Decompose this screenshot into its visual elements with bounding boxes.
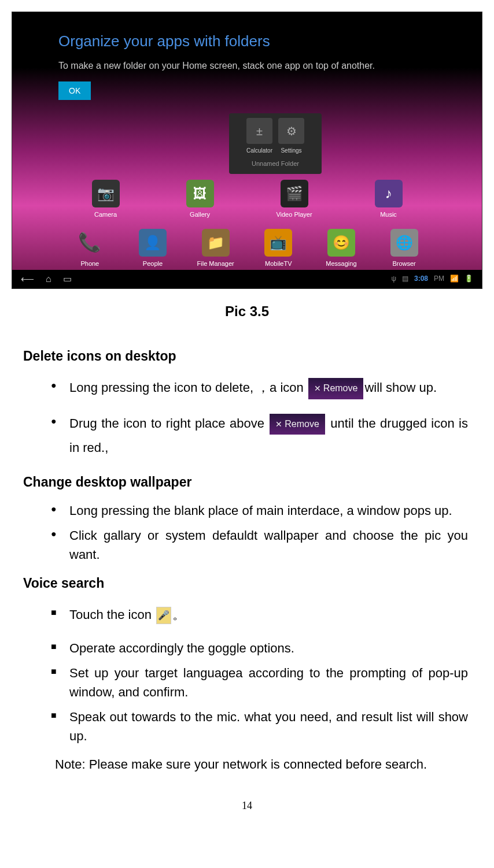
clock-pm: PM <box>434 273 444 284</box>
remove-icon: Remove <box>270 414 325 435</box>
usb-icon: ψ <box>391 273 396 284</box>
clock-time: 3:08 <box>414 273 428 284</box>
wallpaper-bullet-1: Long pressing the blank place of main in… <box>69 501 468 520</box>
video-icon: 🎬 <box>281 180 308 207</box>
gallery-icon: 🖼 <box>186 180 214 207</box>
app-phone[interactable]: 📞 Phone <box>64 229 116 269</box>
system-navbar: ⟵ ⌂ ▭ ψ ▤ 3:08 PM 📶 🔋 <box>12 270 482 288</box>
app-browser[interactable]: 🌐 Browser <box>378 229 430 269</box>
app-gallery[interactable]: 🖼 Gallery <box>174 180 226 220</box>
delete-bullet-2: Drug the icon to right place above Remov… <box>69 411 468 460</box>
folder-popup[interactable]: ± Calculator ⚙ Settings Unnamed Folder <box>229 113 322 174</box>
wallpaper-bullets: Long pressing the blank place of main in… <box>69 501 468 564</box>
app-row-1: 📷 Camera 🖼 Gallery 🎬 Video Player ♪ Musi… <box>12 180 482 220</box>
tooltip-subtitle: To make a new folder on your Home screen… <box>58 58 459 73</box>
ok-button[interactable]: OK <box>58 81 91 100</box>
figure-caption: Pic 3.5 <box>12 301 482 322</box>
camera-icon: 📷 <box>92 180 120 207</box>
tablet-screenshot: Organize your apps with folders To make … <box>12 12 482 289</box>
note-text: Note: Please make sure your network is c… <box>55 754 468 774</box>
voice-bullet-1: Touch the icon 🎤。 <box>69 603 468 627</box>
recent-icon[interactable]: ▭ <box>63 272 72 287</box>
app-music[interactable]: ♪ Music <box>363 180 415 220</box>
folder-app-calculator[interactable]: ± Calculator <box>246 118 272 155</box>
app-messaging[interactable]: 😊 Messaging <box>315 229 367 269</box>
app-camera[interactable]: 📷 Camera <box>80 180 132 220</box>
calculator-icon: ± <box>246 118 272 144</box>
remove-icon: Remove <box>308 378 363 399</box>
people-icon: 👤 <box>139 229 167 257</box>
sd-icon: ▤ <box>402 273 408 284</box>
heading-wallpaper: Change desktop wallpaper <box>23 472 482 493</box>
settings-icon: ⚙ <box>278 118 304 144</box>
delete-bullets: Long pressing the icon to delete, ，a ico… <box>69 376 468 459</box>
battery-icon: 🔋 <box>464 273 473 284</box>
folder-tooltip: Organize your apps with folders To make … <box>58 29 459 100</box>
delete-bullet-1: Long pressing the icon to delete, ，a ico… <box>69 376 468 400</box>
phone-icon: 📞 <box>76 229 104 257</box>
file-manager-icon: 📁 <box>202 229 230 257</box>
page-number: 14 <box>12 797 482 814</box>
signal-icon: 📶 <box>450 273 459 284</box>
wallpaper-bullet-2: Click gallary or system defauldt wallpap… <box>69 526 468 564</box>
voice-bullet-4: Speak out towards to the mic. what you n… <box>69 707 468 745</box>
heading-delete-icons: Delete icons on desktop <box>23 346 482 367</box>
heading-voice-search: Voice search <box>23 573 482 594</box>
home-icon[interactable]: ⌂ <box>46 272 51 287</box>
folder-name-label: Unnamed Folder <box>234 159 317 169</box>
browser-icon: 🌐 <box>390 229 418 257</box>
app-mobiletv[interactable]: 📺 MobileTV <box>252 229 304 269</box>
messaging-icon: 😊 <box>327 229 355 257</box>
microphone-icon: 🎤 <box>156 607 171 624</box>
folder-app-settings[interactable]: ⚙ Settings <box>278 118 304 155</box>
tooltip-title: Organize your apps with folders <box>58 29 459 54</box>
back-icon[interactable]: ⟵ <box>21 272 34 287</box>
app-people[interactable]: 👤 People <box>127 229 179 269</box>
app-video[interactable]: 🎬 Video Player <box>268 180 320 220</box>
voice-bullets: Touch the icon 🎤。 Operate accordingly th… <box>69 603 468 745</box>
music-icon: ♪ <box>375 180 403 207</box>
voice-bullet-2: Operate accordingly the goggle options. <box>69 639 468 658</box>
voice-bullet-3: Set up your target languagea according t… <box>69 663 468 702</box>
mobiletv-icon: 📺 <box>264 229 292 257</box>
app-file-manager[interactable]: 📁 File Manager <box>190 229 242 269</box>
app-row-2: 📞 Phone 👤 People 📁 File Manager 📺 Mobile… <box>12 229 482 269</box>
